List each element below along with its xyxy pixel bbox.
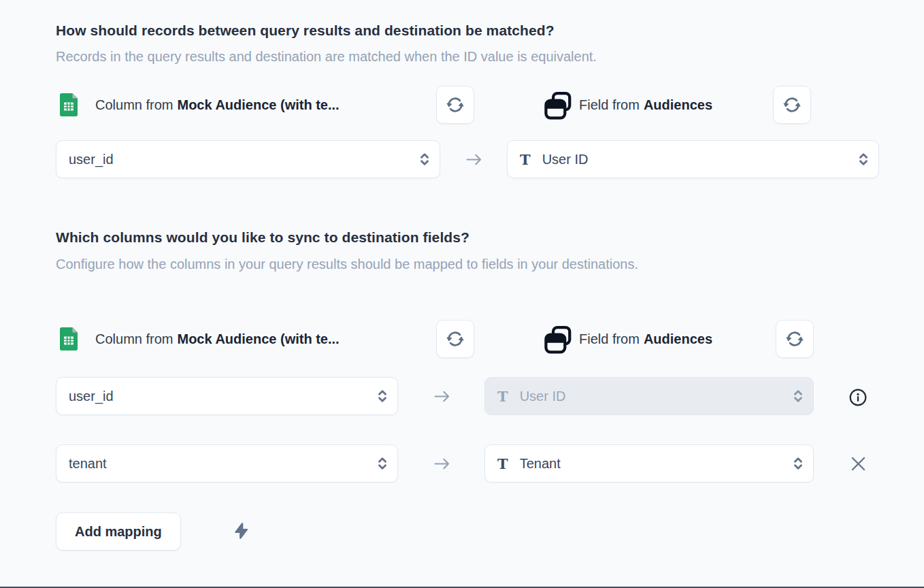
field-mapping-panel: How should records between query results…	[0, 0, 924, 588]
chevron-up-down-icon	[376, 455, 389, 472]
chevron-up-down-icon	[857, 151, 870, 167]
select-value: tenant	[69, 456, 107, 472]
refresh-source-columns-button[interactable]	[436, 86, 474, 124]
arrow-right-icon	[433, 457, 451, 473]
destination-header-name: Audiences	[644, 97, 712, 113]
select-value: User ID	[520, 389, 566, 404]
destination-header-prefix: Field from	[579, 331, 640, 347]
sync-section-title: Which columns would you like to sync to …	[56, 229, 469, 246]
destination-field-header: Field from Audiences	[579, 320, 712, 358]
source-header-name: Mock Audience (with te...	[177, 331, 339, 347]
select-value: User ID	[542, 152, 589, 167]
refresh-icon	[786, 330, 804, 348]
match-source-column-select[interactable]: user_id	[56, 140, 440, 178]
text-type-icon: T	[497, 388, 508, 405]
source-column-header: Column from Mock Audience (with te...	[95, 320, 340, 358]
google-sheets-icon	[60, 93, 78, 119]
source-header-prefix: Column from	[95, 97, 173, 113]
select-value: Tenant	[520, 456, 561, 472]
refresh-icon	[446, 96, 464, 114]
sync-source-column-select[interactable]: user_id	[56, 377, 398, 415]
refresh-icon	[446, 330, 464, 348]
text-type-icon: T	[497, 455, 508, 472]
sync-source-column-select[interactable]: tenant	[56, 444, 398, 483]
audiences-card-icon	[543, 324, 573, 358]
chevron-up-down-icon	[376, 388, 389, 404]
select-value: user_id	[69, 389, 114, 404]
add-mapping-button[interactable]: Add mapping	[56, 512, 181, 551]
sync-destination-field-select: T User ID	[484, 377, 814, 415]
destination-header-prefix: Field from	[579, 97, 640, 113]
info-icon[interactable]	[848, 388, 868, 407]
source-column-header: Column from Mock Audience (with te...	[95, 86, 340, 124]
source-header-name: Mock Audience (with te...	[177, 97, 339, 113]
audiences-card-icon	[543, 90, 573, 124]
chevron-up-down-icon	[418, 151, 431, 167]
chevron-up-down-icon	[792, 388, 804, 404]
source-header-prefix: Column from	[95, 331, 173, 347]
close-icon[interactable]	[848, 453, 869, 474]
matching-section-title: How should records between query results…	[56, 22, 555, 39]
google-sheets-icon	[60, 327, 78, 353]
refresh-source-columns-button[interactable]	[436, 320, 474, 358]
arrow-right-icon	[465, 153, 483, 169]
destination-field-header: Field from Audiences	[579, 86, 712, 124]
arrow-right-icon	[433, 390, 451, 406]
chevron-up-down-icon	[792, 455, 804, 472]
sync-section-subtitle: Configure how the columns in your query …	[56, 250, 784, 278]
matching-section-subtitle: Records in the query results and destina…	[56, 43, 597, 70]
select-value: user_id	[69, 152, 114, 167]
refresh-destination-fields-button[interactable]	[776, 320, 814, 358]
text-type-icon: T	[520, 151, 531, 168]
destination-header-name: Audiences	[644, 331, 712, 347]
lightning-bolt-icon[interactable]	[233, 522, 250, 541]
sync-destination-field-select[interactable]: T Tenant	[484, 444, 814, 483]
match-destination-field-select[interactable]: T User ID	[507, 140, 879, 178]
refresh-destination-fields-button[interactable]	[773, 86, 811, 124]
refresh-icon	[783, 96, 801, 114]
